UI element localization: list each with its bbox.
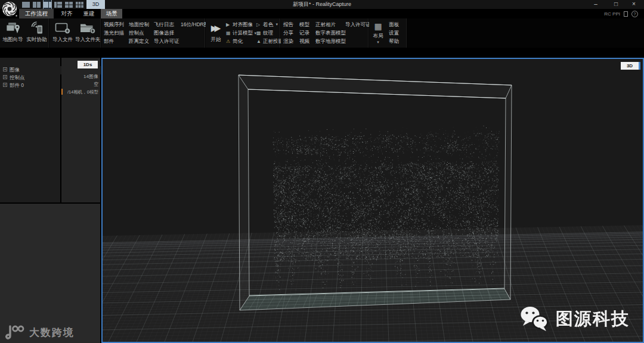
video-sequence-button[interactable]: 视频序列 [104, 20, 124, 29]
import-file-button[interactable]: 导入文件 [51, 20, 75, 46]
tab-scene[interactable]: 场景 [101, 9, 122, 18]
dsm-button[interactable]: 数字表面模型 [315, 29, 346, 37]
tree-item-control-points[interactable]: +控制点 [3, 74, 25, 82]
expand-icon[interactable]: + [3, 75, 7, 79]
group-process: ▶▶ 开始 ▶对齐图像 ▦计算模型 ▾ ⚠简化 ▷着色 ▩纹理 ▲正射投影 ▾ [206, 18, 280, 48]
view-overflow-icon[interactable]: ·· [76, 1, 80, 7]
simplify-button[interactable]: ⚠简化 [226, 37, 256, 45]
panel-button[interactable]: 面板 [389, 20, 399, 29]
tree-item-component0[interactable]: +部件 0 [3, 82, 24, 89]
layout-grid-icon: ▦ [374, 21, 382, 31]
watermark-bottom-right: 图源科技 [520, 306, 630, 332]
calculate-model-button[interactable]: ▦计算模型 ▾ [226, 29, 256, 37]
layout-dropdown-icon[interactable]: ▾ [370, 40, 386, 45]
texture-button[interactable]: ▩纹理 [256, 29, 283, 37]
3d-viewport: 3D 图源科技 [101, 58, 644, 343]
colorize-icon: ▷ [256, 21, 263, 29]
orthophoto-button[interactable]: 正射相片 [315, 20, 346, 29]
live-assist-icon [25, 20, 48, 36]
colorize-dropdown-icon[interactable]: ▾ [275, 22, 278, 27]
ortho-projection-button[interactable]: ▲正射投影 [256, 37, 283, 45]
colorize-button[interactable]: ▷着色 [256, 20, 283, 29]
expand-icon[interactable]: + [3, 83, 7, 87]
watermark-bottom-left: 大数跨境 [5, 325, 75, 340]
rc-ppi-label: RC PPI [604, 11, 620, 17]
group-wizards: 地图向导 实时协助 [0, 18, 49, 48]
import-license-button[interactable]: 导入许可证 [154, 37, 179, 45]
top-3d-view-tab[interactable]: 3D [86, 0, 105, 9]
ribbon: 地图向导 实时协助 Wizards [0, 18, 644, 48]
share-button[interactable]: 分享 [283, 29, 293, 37]
expand-icon[interactable]: + [3, 67, 7, 71]
view-tag-1ds[interactable]: 1Ds [78, 61, 98, 68]
align-images-icon: ▶ [226, 21, 233, 29]
close-button[interactable]: × [626, 0, 642, 9]
layout-button[interactable]: ▦ 布局 ▾ [370, 20, 386, 46]
app-window: ·· 3D 新项目* - RealityCapture – □ × 工作流程 对… [0, 0, 644, 343]
map-wizard-button[interactable]: 地图向导 [1, 20, 24, 46]
document-icon[interactable] [624, 11, 628, 17]
group-add-imagery: 导入文件 导入文件夹 [49, 18, 101, 48]
component-status-marker [61, 89, 63, 95]
scene-tree-panel: +图像 +控制点 +部件 0 [0, 58, 60, 202]
model-button[interactable]: 模型 [299, 20, 309, 29]
help-icon[interactable]: ? [631, 11, 638, 17]
app-logo-icon[interactable] [2, 1, 17, 17]
start-icon: ▶▶ [211, 23, 221, 33]
laser-scan-button[interactable]: 激光扫描 [104, 29, 124, 37]
dtm-button[interactable]: 数字地形模型 [315, 37, 346, 45]
minimize-button[interactable]: – [588, 0, 603, 9]
export-license-button[interactable]: 导入许可证 [345, 20, 371, 29]
left-lower-panel: 大数跨境 [0, 204, 100, 343]
import-folder-icon [75, 20, 100, 36]
start-button[interactable]: ▶▶ 开始 [207, 20, 225, 46]
dashu-logo-icon [5, 325, 25, 340]
group-application: ▦ 布局 ▾ 面板 设置 帮助 [369, 18, 407, 48]
watermark-bottom-left-text: 大数跨境 [29, 326, 75, 339]
window-title: 新项目* - RealityCapture [179, 0, 465, 9]
view-tag-3d[interactable]: 3D [621, 62, 640, 70]
tab-reconstruction[interactable]: 重建 [79, 9, 99, 18]
import-file-icon [51, 20, 75, 36]
rc-ppi-area: RC PPI ? [604, 10, 638, 18]
help-button[interactable]: 帮助 [389, 37, 399, 45]
wechat-icon [520, 306, 550, 332]
ortho-projection-icon: ▲ [256, 38, 263, 46]
tab-alignment[interactable]: 对齐 [57, 9, 77, 18]
group-import-metadata: 视频序列 激光扫描 部件 地面控制 控制点 距离定义 飞行日志 图像选择 导入许… [101, 18, 205, 48]
3d-viewport-canvas[interactable] [103, 59, 643, 342]
flight-log-button[interactable]: 飞行日志 [154, 20, 179, 29]
import-folder-button[interactable]: 导入文件夹 [75, 20, 100, 46]
component-button[interactable]: 部件 [104, 37, 124, 45]
image-selection-button[interactable]: 图像选择 [154, 29, 179, 37]
record-button[interactable]: 记录 [299, 29, 309, 37]
tab-workflow[interactable]: 工作流程 [19, 9, 54, 18]
watermark-bottom-right-text: 图源科技 [556, 307, 630, 331]
tree-item-images[interactable]: +图像 [3, 66, 20, 74]
render-button[interactable]: 渲染 [283, 37, 293, 45]
settings-button[interactable]: 设置 [389, 29, 399, 37]
report-button[interactable]: 报告 [283, 20, 293, 29]
tree-values-panel: 1Ds 14图像 空 /14相机，0模型 [61, 58, 100, 202]
component0-count: /14相机，0模型 [67, 88, 98, 96]
map-wizard-icon [1, 20, 24, 36]
align-images-button[interactable]: ▶对齐图像 [226, 20, 256, 29]
control-points-count: 空 [94, 80, 98, 88]
texture-icon: ▩ [256, 29, 263, 38]
images-count: 14图像 [83, 73, 98, 80]
control-points-button[interactable]: 控制点 [129, 29, 149, 37]
ribbon-tab-row: 工作流程 对齐 重建 场景 [0, 9, 644, 18]
maximize-button[interactable]: □ [608, 0, 624, 9]
distance-define-button[interactable]: 距离定义 [129, 37, 149, 45]
group-export: 报告 分享 渲染 模型 记录 视频 正射相片 数字表面模型 数字地形模型 导入许… [281, 18, 369, 48]
calculate-model-icon: ▦ [226, 29, 233, 38]
ground-control-button[interactable]: 地面控制 [129, 20, 149, 29]
video-button[interactable]: 视频 [299, 37, 309, 45]
simplify-warning-icon: ⚠ [226, 38, 233, 46]
live-assist-button[interactable]: 实时协助 [25, 20, 48, 46]
